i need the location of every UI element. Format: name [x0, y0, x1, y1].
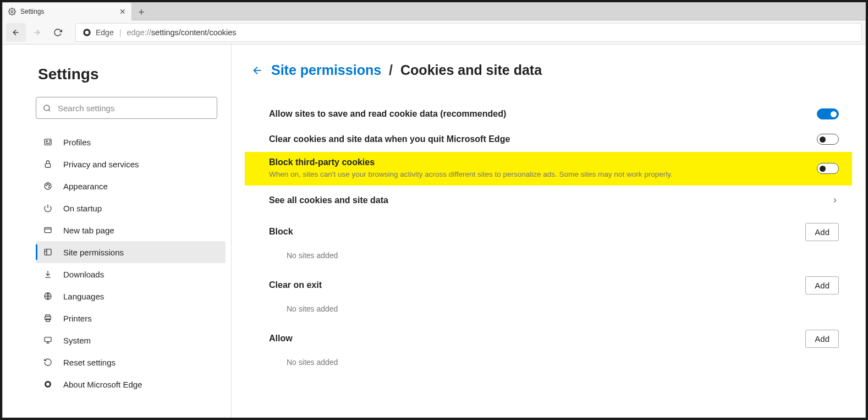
svg-point-10: [49, 185, 50, 186]
section-title: Clear on exit: [269, 280, 322, 290]
svg-point-26: [46, 383, 50, 386]
svg-rect-22: [45, 337, 51, 342]
sidebar-item-label: On startup: [63, 204, 102, 213]
allow-empty-text: No sites added: [269, 351, 839, 371]
add-allow-button[interactable]: Add: [805, 330, 839, 348]
main-panel: Site permissions / Cookies and site data…: [232, 45, 865, 417]
svg-point-5: [46, 140, 48, 142]
sidebar-item-about[interactable]: About Microsoft Edge: [36, 373, 226, 395]
chevron-right-icon: [831, 197, 839, 204]
sidebar-item-reset[interactable]: Reset settings: [36, 351, 226, 373]
sidebar-item-newtab[interactable]: New tab page: [36, 219, 226, 241]
sidebar-item-system[interactable]: System: [36, 329, 226, 351]
toggle-allow-cookies[interactable]: [817, 108, 839, 119]
breadcrumb-current: Cookies and site data: [400, 62, 542, 78]
svg-point-0: [11, 10, 13, 13]
nav-list: Profiles Privacy and services Appearance…: [36, 131, 226, 395]
sidebar-item-label: System: [63, 336, 91, 345]
tab-settings[interactable]: Settings ✕: [3, 3, 132, 20]
svg-rect-15: [45, 249, 51, 255]
settings-list: Allow sites to save and read cookie data…: [251, 101, 843, 371]
browser-window: Settings ✕ ＋ Edge | edge://settings/cont…: [2, 2, 866, 418]
tab-strip: Settings ✕ ＋: [3, 3, 865, 20]
edge-logo-icon: [83, 28, 91, 37]
address-separator: |: [119, 28, 122, 37]
sidebar-item-label: Downloads: [63, 270, 104, 279]
section-title: Allow: [269, 334, 293, 343]
sidebar-item-site-permissions[interactable]: Site permissions: [36, 241, 226, 263]
breadcrumb-back-icon[interactable]: [251, 64, 263, 77]
section-block: Block Add: [269, 211, 839, 244]
setting-title: Allow sites to save and read cookie data…: [269, 109, 806, 119]
profile-icon: [43, 138, 53, 146]
setting-see-all-cookies[interactable]: See all cookies and site data: [269, 186, 839, 211]
breadcrumb: Site permissions / Cookies and site data: [251, 62, 843, 78]
sidebar-item-label: Privacy and services: [63, 160, 139, 169]
breadcrumb-separator: /: [389, 62, 393, 78]
back-button[interactable]: [6, 23, 26, 42]
section-clear-on-exit: Clear on exit Add: [269, 264, 839, 298]
svg-point-9: [47, 184, 48, 184]
svg-rect-6: [45, 163, 50, 167]
edge-icon: [43, 380, 53, 389]
sidebar-item-label: About Microsoft Edge: [63, 380, 142, 389]
sidebar-item-label: Appearance: [63, 182, 108, 191]
section-allow: Allow Add: [269, 318, 839, 351]
sidebar-item-languages[interactable]: Languages: [36, 285, 226, 307]
add-block-button[interactable]: Add: [805, 223, 839, 241]
sidebar-item-downloads[interactable]: Downloads: [36, 263, 226, 285]
sidebar-item-label: Languages: [63, 292, 104, 301]
breadcrumb-parent-link[interactable]: Site permissions: [271, 62, 381, 78]
site-identity-label: Edge: [96, 28, 114, 37]
settings-sidebar: Settings Profiles Privacy and services: [3, 45, 232, 417]
sidebar-item-privacy[interactable]: Privacy and services: [36, 153, 226, 175]
site-identity: Edge: [83, 28, 114, 37]
svg-point-3: [44, 105, 50, 110]
download-icon: [43, 270, 53, 279]
url-text: edge://settings/content/cookies: [127, 28, 236, 37]
setting-clear-on-quit: Clear cookies and site data when you qui…: [269, 127, 839, 152]
sidebar-item-printers[interactable]: Printers: [36, 307, 226, 329]
section-title: Block: [269, 227, 293, 237]
sidebar-item-label: Profiles: [63, 138, 91, 147]
setting-description: When on, sites can't use your browsing a…: [269, 170, 806, 180]
sidebar-item-label: New tab page: [63, 226, 114, 235]
power-icon: [43, 204, 53, 212]
sidebar-item-profiles[interactable]: Profiles: [36, 131, 226, 153]
search-settings[interactable]: [36, 97, 217, 119]
sidebar-item-label: Site permissions: [63, 248, 124, 257]
address-bar[interactable]: Edge | edge://settings/content/cookies: [75, 23, 862, 42]
new-tab-button[interactable]: ＋: [132, 3, 151, 20]
sidebar-item-label: Reset settings: [63, 358, 116, 367]
svg-point-8: [46, 185, 47, 186]
toggle-block-third-party[interactable]: [817, 163, 839, 174]
reset-icon: [43, 358, 53, 367]
setting-title: Block third-party cookies: [269, 157, 806, 167]
search-icon: [43, 104, 51, 112]
sidebar-item-label: Printers: [63, 314, 92, 323]
sidebar-item-startup[interactable]: On startup: [36, 197, 226, 219]
sidebar-heading: Settings: [38, 66, 226, 83]
toggle-clear-on-quit[interactable]: [817, 134, 839, 145]
content-area: Settings Profiles Privacy and services: [3, 45, 865, 417]
permissions-icon: [43, 248, 53, 257]
svg-point-11: [48, 187, 49, 187]
setting-block-third-party: Block third-party cookies When on, sites…: [245, 152, 852, 186]
setting-allow-cookies: Allow sites to save and read cookie data…: [269, 101, 839, 127]
gear-icon: [8, 8, 16, 15]
system-icon: [43, 336, 53, 345]
setting-title: Clear cookies and site data when you qui…: [269, 134, 806, 144]
palette-icon: [43, 182, 53, 190]
add-clear-exit-button[interactable]: Add: [805, 276, 839, 294]
tab-title: Settings: [20, 8, 115, 15]
search-input[interactable]: [58, 103, 210, 113]
svg-rect-13: [45, 227, 51, 232]
close-icon[interactable]: ✕: [119, 7, 126, 16]
forward-button[interactable]: [27, 23, 47, 42]
toolbar: Edge | edge://settings/content/cookies: [3, 20, 865, 45]
refresh-button[interactable]: [48, 23, 68, 42]
lock-icon: [43, 160, 53, 168]
sidebar-item-appearance[interactable]: Appearance: [36, 175, 226, 197]
svg-point-2: [85, 30, 89, 34]
block-empty-text: No sites added: [269, 244, 839, 264]
